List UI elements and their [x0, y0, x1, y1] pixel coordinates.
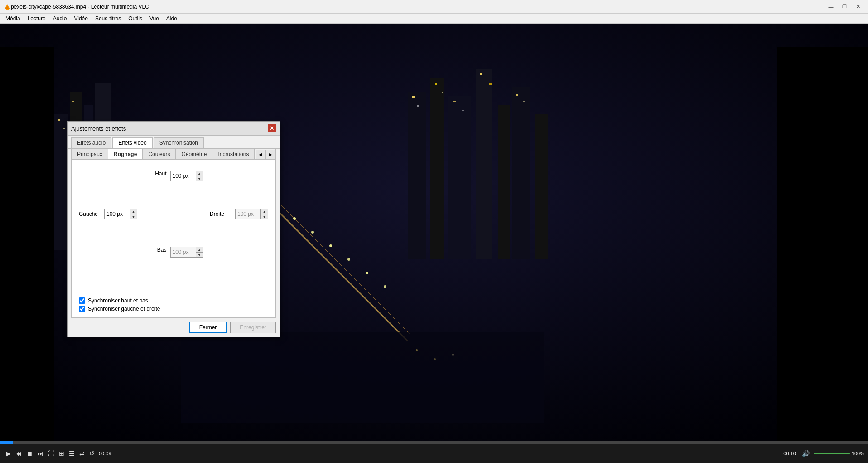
volume-bar[interactable]	[814, 453, 850, 454]
maximize-button[interactable]: ❐	[838, 2, 851, 11]
svg-rect-16	[512, 87, 530, 259]
next-button[interactable]: ⏭	[35, 449, 46, 458]
fullscreen-button[interactable]: ⛶	[46, 449, 57, 458]
svg-point-31	[311, 231, 314, 234]
playlist-button[interactable]: ☰	[67, 449, 77, 458]
droite-spin-up[interactable]: ▲	[260, 209, 268, 214]
droite-spin-down[interactable]: ▼	[260, 214, 268, 219]
tab-geometrie[interactable]: Géométrie	[176, 149, 212, 159]
play-button[interactable]: ▶	[4, 449, 13, 458]
tab-incrustations[interactable]: Incrustations	[212, 149, 255, 159]
svg-point-35	[384, 285, 386, 288]
tabs-nav-left[interactable]: ◀	[256, 150, 265, 159]
svg-rect-8	[58, 119, 60, 121]
window-close-button[interactable]: ✕	[852, 2, 864, 11]
svg-rect-20	[435, 83, 437, 85]
bas-input[interactable]	[171, 247, 196, 257]
svg-rect-17	[535, 114, 548, 259]
svg-rect-12	[430, 78, 444, 259]
svg-point-32	[329, 244, 332, 247]
bas-spin-up[interactable]: ▲	[196, 247, 203, 252]
crop-content: Haut ▲ ▼ Gauche	[72, 160, 275, 296]
dialog-title-bar: Ajustements et effets ✕	[68, 122, 280, 136]
svg-rect-15	[498, 105, 510, 259]
haut-input[interactable]	[171, 171, 196, 181]
volume-icon[interactable]: 🔊	[800, 449, 812, 458]
repeat-button[interactable]: ↺	[87, 449, 97, 458]
gauche-input-wrap: ▲ ▼	[104, 209, 137, 219]
adjustments-dialog: Ajustements et effets ✕ Effets audio Eff…	[67, 121, 280, 337]
svg-rect-21	[442, 92, 443, 93]
bas-spinners: ▲ ▼	[196, 247, 203, 257]
svg-rect-10	[72, 101, 74, 102]
progress-bar[interactable]	[0, 441, 868, 444]
tab-principaux[interactable]: Principaux	[72, 149, 108, 159]
droite-input[interactable]	[236, 209, 260, 219]
svg-point-34	[366, 272, 368, 274]
sync-gauche-droite-checkbox[interactable]	[79, 306, 85, 312]
haut-input-wrap: ▲ ▼	[170, 171, 203, 181]
tabs-row1: Effets audio Effets vidéo Synchronisatio…	[68, 136, 280, 149]
menu-aide[interactable]: Aide	[163, 15, 181, 23]
dialog-footer: Fermer Enregistrer	[68, 318, 280, 337]
menu-video[interactable]: Vidéo	[70, 15, 91, 23]
haut-row: Haut ▲ ▼	[79, 171, 268, 181]
time-total: 00:10	[783, 451, 796, 456]
sync-haut-bas-checkbox[interactable]	[79, 297, 85, 304]
view-button[interactable]: ⊞	[57, 449, 67, 458]
stop-button[interactable]: ⏹	[24, 449, 35, 458]
svg-rect-19	[417, 105, 419, 107]
gauche-input[interactable]	[105, 209, 130, 219]
tab-effets-audio[interactable]: Effets audio	[71, 137, 111, 148]
menu-bar: Média Lecture Audio Vidéo Sous-titres Ou…	[0, 14, 868, 24]
menu-media[interactable]: Média	[2, 15, 24, 23]
sync-gauche-droite-label[interactable]: Synchroniser gauche et droite	[88, 306, 160, 312]
gauche-spin-up[interactable]: ▲	[130, 209, 137, 214]
bottom-bar: ▶ ⏮ ⏹ ⏭ ⛶ ⊞ ☰ ⇄ ↺ 00:09 00:10 🔊 100%	[0, 441, 868, 463]
haut-spin-down[interactable]: ▼	[196, 176, 203, 181]
tab-rognage[interactable]: Rognage	[108, 149, 143, 159]
menu-sous-titres[interactable]: Sous-titres	[92, 15, 125, 23]
volume-fill	[814, 453, 850, 454]
svg-rect-24	[480, 73, 482, 75]
haut-spin-up[interactable]: ▲	[196, 171, 203, 176]
minimize-button[interactable]: —	[825, 2, 837, 11]
fermer-button[interactable]: Fermer	[189, 322, 227, 333]
menu-outils[interactable]: Outils	[125, 15, 146, 23]
menu-vue[interactable]: Vue	[146, 15, 163, 23]
svg-rect-18	[412, 96, 415, 98]
sync-haut-bas-label[interactable]: Synchroniser haut et bas	[88, 297, 148, 304]
prev-button[interactable]: ⏮	[13, 449, 24, 458]
enregistrer-button[interactable]: Enregistrer	[230, 322, 276, 333]
svg-rect-11	[408, 92, 426, 259]
gauche-group: Gauche ▲ ▼	[79, 209, 137, 219]
droite-spinners: ▲ ▼	[260, 209, 268, 219]
tab-effets-video[interactable]: Effets vidéo	[112, 137, 152, 148]
svg-point-30	[293, 217, 296, 220]
svg-point-38	[434, 358, 436, 360]
dialog-close-button[interactable]: ✕	[268, 124, 276, 132]
time-elapsed: 00:09	[99, 451, 111, 456]
bas-spin-down[interactable]: ▼	[196, 252, 203, 257]
dialog-title: Ajustements et effets	[71, 125, 126, 132]
menu-audio[interactable]: Audio	[49, 15, 71, 23]
sync-gauche-droite-row: Synchroniser gauche et droite	[79, 306, 268, 312]
tab-synchronisation[interactable]: Synchronisation	[154, 137, 204, 148]
svg-rect-36	[181, 332, 544, 423]
svg-rect-14	[476, 69, 492, 259]
progress-fill	[0, 441, 13, 444]
tabs-nav-right[interactable]: ▶	[265, 150, 275, 159]
random-button[interactable]: ⇄	[77, 449, 87, 458]
menu-lecture[interactable]: Lecture	[24, 15, 49, 23]
title-bar: pexels-cityxcape-5838634.mp4 - Lecteur m…	[0, 0, 868, 14]
gauche-label: Gauche	[79, 211, 101, 217]
tabs-row2: Principaux Rognage Couleurs Géométrie In…	[72, 149, 275, 160]
svg-rect-2	[6, 9, 9, 10]
tab-couleurs[interactable]: Couleurs	[143, 149, 176, 159]
svg-rect-23	[462, 110, 464, 111]
svg-rect-9	[63, 128, 65, 129]
left-black-panel	[0, 47, 54, 441]
volume-pct: 100%	[852, 451, 864, 456]
gauche-spin-down[interactable]: ▼	[130, 214, 137, 219]
controls-row: ▶ ⏮ ⏹ ⏭ ⛶ ⊞ ☰ ⇄ ↺ 00:09 00:10 🔊 100%	[0, 444, 868, 463]
